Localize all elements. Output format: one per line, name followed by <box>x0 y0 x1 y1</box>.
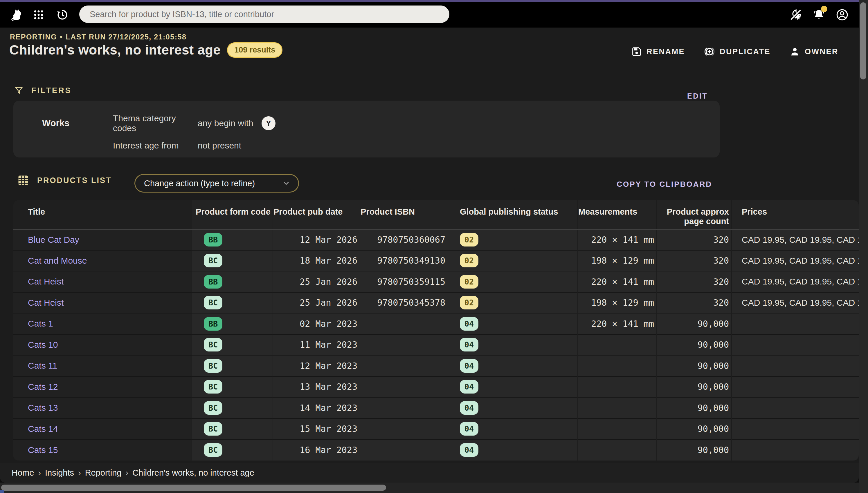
col-prices[interactable]: Prices <box>731 200 859 229</box>
header-actions: RENAME DUPLICATE OWNER <box>631 45 839 58</box>
account-button[interactable] <box>835 8 849 21</box>
product-pub-date: 02 Mar 2023 <box>273 313 360 335</box>
col-page-count-line1: Product approx <box>657 207 729 217</box>
dark-mode-toggle-icon <box>789 8 802 21</box>
products-list-heading: PRODUCTS LIST <box>17 174 112 187</box>
product-isbn: 9780750349130 <box>360 250 448 272</box>
owner-button[interactable]: OWNER <box>789 46 839 58</box>
product-page-count: 320 <box>657 229 731 250</box>
change-action-select[interactable]: Change action (type to refine) <box>135 174 299 193</box>
vertical-scrollbar-thumb[interactable] <box>860 2 866 80</box>
product-page-count: 90,000 <box>657 440 731 460</box>
duplicate-icon <box>703 45 715 58</box>
col-form-code[interactable]: Product form code <box>192 200 273 229</box>
product-title-link[interactable]: Cats 13 <box>28 403 58 412</box>
notifications-button[interactable] <box>812 8 826 21</box>
theme-toggle-button[interactable] <box>789 8 802 21</box>
publishing-status-chip: 04 <box>460 422 479 435</box>
copy-to-clipboard-button[interactable]: COPY TO CLIPBOARD <box>617 180 712 189</box>
table-body: Blue Cat Day BB 12 Mar 2026 978075036006… <box>13 229 859 460</box>
product-pub-date: 12 Mar 2026 <box>273 229 360 250</box>
col-pub-date[interactable]: Product pub date <box>273 200 360 229</box>
report-eyebrow: REPORTING•LAST RUN 27/12/2025, 21:05:58 <box>10 33 186 41</box>
apps-grid-button[interactable] <box>32 8 45 21</box>
product-title-link[interactable]: Cat and Mouse <box>28 256 87 265</box>
product-measurements <box>578 419 657 440</box>
filter-operator: not present <box>198 141 320 151</box>
product-pub-date: 13 Mar 2023 <box>273 377 360 398</box>
horizontal-scrollbar-thumb[interactable] <box>1 485 386 491</box>
product-prices <box>731 313 859 335</box>
breadcrumb-insights[interactable]: Insights <box>45 468 74 478</box>
breadcrumb-home[interactable]: Home <box>12 468 34 478</box>
product-measurements <box>578 335 657 356</box>
product-page-count: 90,000 <box>657 419 731 440</box>
product-title-link[interactable]: Cats 10 <box>28 340 58 349</box>
edit-filters-button[interactable]: EDIT <box>687 92 708 100</box>
col-measurements[interactable]: Measurements <box>578 200 657 229</box>
product-isbn <box>360 419 448 440</box>
filter-field: Interest age from <box>113 141 198 151</box>
search-input[interactable] <box>79 5 449 23</box>
product-form-chip: BB <box>204 317 222 330</box>
product-isbn: 9780750359115 <box>360 271 448 292</box>
history-icon <box>56 8 69 21</box>
history-button[interactable] <box>56 8 69 21</box>
page-title-row: Children's works, no interest age 109 re… <box>9 42 282 58</box>
product-measurements: 198 × 129 mm <box>578 250 657 272</box>
product-title-link[interactable]: Cats 11 <box>28 361 57 370</box>
breadcrumb-reporting[interactable]: Reporting <box>85 468 122 478</box>
publishing-status-chip: 04 <box>460 338 479 351</box>
top-bar <box>0 2 868 27</box>
app-logo-cat-icon[interactable] <box>11 8 24 21</box>
duplicate-button[interactable]: DUPLICATE <box>703 45 770 58</box>
product-pub-date: 25 Jan 2026 <box>273 271 360 292</box>
table-grid-icon <box>17 174 29 187</box>
product-form-chip: BC <box>204 338 222 351</box>
filter-scope: Works <box>42 118 113 128</box>
product-isbn <box>360 397 448 419</box>
product-prices <box>731 440 859 460</box>
table-row: Cat Heist BB 25 Jan 2026 9780750359115 0… <box>13 271 859 292</box>
horizontal-scrollbar-track[interactable] <box>0 483 859 493</box>
apps-grid-icon <box>33 9 44 21</box>
product-title-link[interactable]: Blue Cat Day <box>28 235 79 244</box>
vertical-scrollbar-track[interactable] <box>859 0 868 493</box>
publishing-status-chip: 02 <box>460 275 479 288</box>
product-prices: CAD 19.95, CAD 19.95, CAD 1 <box>731 250 859 272</box>
product-title-link[interactable]: Cat Heist <box>28 277 64 286</box>
account-circle-icon <box>835 8 849 22</box>
rename-button[interactable]: RENAME <box>631 46 685 58</box>
product-measurements <box>578 355 657 377</box>
product-title-link[interactable]: Cat Heist <box>28 298 64 307</box>
col-status[interactable]: Global publishing status <box>448 200 578 229</box>
col-page-count[interactable]: Product approx page count <box>657 200 731 229</box>
change-action-value: Change action (type to refine) <box>144 179 255 188</box>
table-row: Cats 12 BC 13 Mar 2023 04 90,000 <box>13 377 859 398</box>
filter-value-chip: Y <box>262 116 276 130</box>
product-title-link[interactable]: Cats 1 <box>28 319 53 328</box>
product-title-link[interactable]: Cats 12 <box>28 382 58 391</box>
product-title-link[interactable]: Cats 15 <box>28 445 58 455</box>
publishing-status-chip: 04 <box>460 317 479 330</box>
product-title-link[interactable]: Cats 14 <box>28 424 58 433</box>
product-measurements: 220 × 141 mm <box>578 271 657 292</box>
product-page-count: 90,000 <box>657 397 731 419</box>
person-icon <box>789 46 801 58</box>
notification-badge <box>821 6 827 12</box>
col-title[interactable]: Title <box>13 200 192 229</box>
table-row: Cats 14 BC 15 Mar 2023 04 90,000 <box>13 419 859 440</box>
publishing-status-chip: 04 <box>460 380 479 393</box>
col-isbn[interactable]: Product ISBN <box>360 200 448 229</box>
last-run-label: LAST RUN 27/12/2025, 21:05:58 <box>66 33 186 41</box>
duplicate-label: DUPLICATE <box>720 47 770 56</box>
product-isbn <box>360 335 448 356</box>
product-measurements <box>578 440 657 460</box>
table-row: Cats 11 BC 12 Mar 2023 04 90,000 <box>13 355 859 377</box>
table-row: Cat Heist BC 25 Jan 2026 9780750345378 0… <box>13 292 859 314</box>
publishing-status-chip: 02 <box>460 296 479 309</box>
chevron-down-icon <box>282 179 290 188</box>
product-measurements: 198 × 129 mm <box>578 292 657 314</box>
app-window: REPORTING•LAST RUN 27/12/2025, 21:05:58 … <box>0 0 868 493</box>
products-list-label: PRODUCTS LIST <box>37 176 112 185</box>
